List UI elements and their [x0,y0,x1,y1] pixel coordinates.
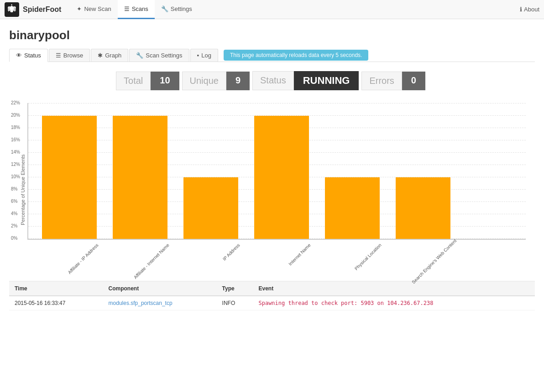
tab-status[interactable]: 👁 Status [9,49,48,62]
graph-tab-icon: ✱ [98,52,103,59]
page-content: binarypool 👁 Status ☰ Browse ✱ Graph 🔧 S… [0,19,544,315]
bar-x-label: Search Engine's Web Content [411,242,453,285]
col-time: Time [9,282,103,296]
grid-line-label: 0% [11,236,17,241]
tab-scan-settings[interactable]: 🔧 Scan Settings [129,49,189,62]
log-time: 2015-05-16 16:33:47 [9,296,103,310]
nav-settings[interactable]: 🔧 Settings [155,0,199,19]
stat-unique: Unique 9 [182,72,250,90]
brand-icon: 🕷 [5,2,19,17]
new-scan-icon: ✦ [77,5,82,12]
tab-log[interactable]: ▪ Log [190,49,218,62]
stat-status-label: Status [252,71,294,90]
bar [396,177,450,239]
log-table-body: 2015-05-16 16:33:47modules.sfp_portscan_… [9,296,535,310]
grid-line-label: 4% [11,211,17,216]
stat-total-value: 10 [151,72,179,90]
log-type: INFO [217,296,253,310]
status-tab-icon: 👁 [16,52,22,59]
stats-row: Total 10 Unique 9 Status RUNNING Errors … [9,71,535,90]
grid-line-label: 18% [11,125,20,130]
scans-icon: ☰ [124,5,130,12]
log-component[interactable]: modules.sfp_portscan_tcp [103,296,217,310]
bar-group [183,177,238,239]
reload-notice: This page automatically reloads data eve… [224,50,369,61]
bar-group [325,177,380,239]
bars-row [28,103,464,239]
grid-line-label: 20% [11,113,20,118]
bar-group [396,177,450,239]
bar-x-label: Affiliate - Internet Name [128,242,170,285]
nav-right: ℹ About [520,6,539,13]
stat-total: Total 10 [116,72,179,90]
grid-line-label: 16% [11,137,20,142]
tab-graph[interactable]: ✱ Graph [91,49,128,62]
col-component: Component [103,282,217,296]
tab-browse[interactable]: ☰ Browse [49,49,90,62]
stat-total-label: Total [116,72,151,90]
navbar: 🕷 SpiderFoot ✦ New Scan ☰ Scans 🔧 Settin… [0,0,544,19]
stat-errors-label: Errors [361,72,402,90]
log-tab-icon: ▪ [197,52,199,59]
page-title: binarypool [9,28,535,42]
component-link[interactable]: modules.sfp_portscan_tcp [109,300,173,306]
log-table: Time Component Type Event 2015-05-16 16:… [9,282,535,310]
stat-unique-value: 9 [226,72,250,90]
about-link[interactable]: ℹ About [520,6,539,13]
stat-errors: Errors 0 [361,72,425,90]
col-type: Type [217,282,253,296]
nav-scans[interactable]: ☰ Scans [118,0,155,19]
stat-status-value: RUNNING [294,71,359,90]
bar [42,116,97,239]
grid-line-label: 8% [11,186,17,191]
bar-group [254,116,309,239]
log-event: Spawning thread to check port: 5903 on 1… [253,296,535,310]
grid-line-label: 6% [11,199,17,204]
bar-x-label: Physical Location [340,242,382,285]
bar [183,177,238,239]
grid-line-label: 10% [11,174,20,179]
bar-x-label: IP Address [199,242,241,285]
nav-items: ✦ New Scan ☰ Scans 🔧 Settings [70,0,520,19]
stat-status: Status RUNNING [252,71,359,90]
grid-line-label: 12% [11,162,20,167]
bar-group [113,116,167,239]
scan-settings-tab-icon: 🔧 [136,52,143,59]
log-section: Time Component Type Event 2015-05-16 16:… [9,281,535,310]
table-row: 2015-05-16 16:33:47modules.sfp_portscan_… [9,296,535,310]
grid-line-label: 2% [11,223,17,228]
brand-logo[interactable]: 🕷 SpiderFoot [5,2,61,17]
stat-errors-value: 0 [402,72,425,90]
stat-unique-label: Unique [182,72,226,90]
chart-wrapper: Percentage of Unique Elements 22%20%18%1… [18,103,526,276]
info-icon: ℹ [520,6,522,13]
bar [254,116,309,239]
bar-x-label: Affiliate - IP Address [57,242,99,285]
col-event: Event [253,282,535,296]
grid-line-label: 14% [11,150,20,155]
chart-inner: 22%20%18%16%14%12%10%8%6%4%2%0% Affiliat… [27,103,526,276]
bar-group [42,116,97,239]
settings-icon: 🔧 [161,5,168,12]
bar [113,116,167,239]
grid-line-label: 22% [11,100,20,105]
tabs-bar: 👁 Status ☰ Browse ✱ Graph 🔧 Scan Setting… [9,49,535,62]
x-labels-row: Affiliate - IP AddressAffiliate - Intern… [27,240,526,276]
browse-tab-icon: ☰ [56,52,61,59]
bar [325,177,380,239]
brand-name: SpiderFoot [23,5,61,14]
bar-x-label: Internet Name [269,242,312,285]
nav-new-scan[interactable]: ✦ New Scan [70,0,117,19]
chart-grid: 22%20%18%16%14%12%10%8%6%4%2%0% [27,103,526,240]
